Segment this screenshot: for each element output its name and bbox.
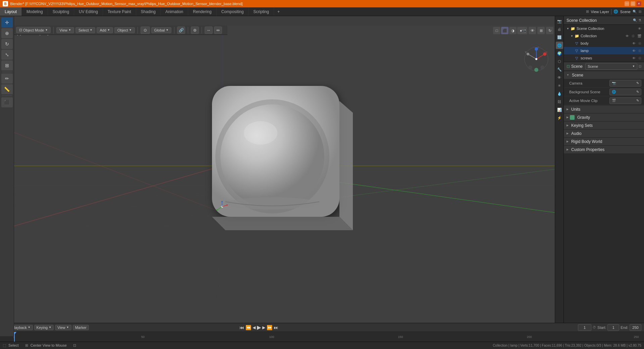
cursor-tool[interactable]: ✛ <box>1 17 13 28</box>
move-tool[interactable]: ⊕ <box>1 28 13 38</box>
mode-selector[interactable]: ⊡ Object Mode ▼ <box>16 27 51 33</box>
prop-output-icon[interactable]: 🖨 <box>556 26 563 33</box>
prop-view-layer-icon[interactable]: 🔢 <box>556 34 563 41</box>
prop-material-icon[interactable]: ⚡ <box>556 114 563 121</box>
wireframe-mode-btn[interactable]: □ <box>493 27 500 34</box>
transform-tool[interactable]: ⊞ <box>1 60 13 70</box>
tab-shading[interactable]: Shading <box>136 7 161 16</box>
start-frame-field[interactable]: 1 <box>607 324 619 331</box>
snap-btn[interactable]: 🔗 <box>177 27 185 34</box>
section-audio-header[interactable]: ▶ Audio <box>564 129 644 137</box>
tab-texture-paint[interactable]: Texture Paint <box>103 7 136 16</box>
close-button[interactable]: ✕ <box>637 1 641 6</box>
prop-visibility-icon[interactable]: 👁 <box>556 74 563 81</box>
orientation-gizmo[interactable]: X Y Z <box>523 46 550 72</box>
add-cube-tool[interactable]: ⬛ <box>1 97 13 107</box>
view-menu[interactable]: View ▼ <box>56 27 74 33</box>
outliner-item-body[interactable]: ▽ body 👁 ☉ <box>564 40 644 47</box>
tab-layout[interactable]: Layout <box>0 7 22 16</box>
prop-world-icon[interactable]: 🌍 <box>556 50 563 57</box>
viewport-view-btn[interactable]: 👁 <box>529 27 536 34</box>
minimize-button[interactable]: — <box>625 1 629 6</box>
prop-render-icon[interactable]: 📷 <box>556 17 563 25</box>
prop-data-icon[interactable]: 📊 <box>556 106 563 113</box>
section-rigid-body-header[interactable]: ▶ Rigid Body World <box>564 137 644 145</box>
tab-animation[interactable]: Animation <box>161 7 188 16</box>
next-keyframe-btn[interactable]: ⏩ <box>267 325 272 330</box>
tab-modeling[interactable]: Modeling <box>22 7 48 16</box>
object-menu[interactable]: Object ▼ <box>114 27 135 33</box>
section-keying-header[interactable]: ▶ Keying Sets <box>564 121 644 129</box>
tab-sculpting[interactable]: Sculpting <box>48 7 74 16</box>
section-scene-header[interactable]: ▼ Scene <box>564 71 644 79</box>
prop-particles-icon[interactable]: ✳ <box>556 82 563 89</box>
camera-value[interactable]: 📷 ✎ <box>609 80 641 87</box>
section-units-header[interactable]: ▶ Units <box>564 105 644 113</box>
marker-menu[interactable]: Marker <box>73 325 89 330</box>
current-frame-field[interactable]: 1 <box>578 324 591 331</box>
col-eye[interactable]: 👁 <box>626 34 629 38</box>
section-gravity-header[interactable]: ▶ Gravity <box>564 113 644 121</box>
prev-keyframe-btn[interactable]: ⏪ <box>246 325 251 330</box>
play-btn[interactable]: ▶ <box>257 324 261 331</box>
bg-scene-edit[interactable]: ✎ <box>636 90 639 94</box>
gravity-checkbox[interactable] <box>570 115 575 120</box>
lamp-restrict[interactable]: ☉ <box>638 49 641 53</box>
movie-clip-value[interactable]: 🎬 ✎ <box>609 97 641 104</box>
end-frame-field[interactable]: 250 <box>630 324 641 331</box>
render-mode-btn[interactable]: ● <box>517 27 525 34</box>
material-mode-btn[interactable]: ◑ <box>509 27 517 34</box>
lamp-eye[interactable]: 👁 <box>632 49 636 53</box>
step-back-btn[interactable]: ◀ <box>253 325 256 330</box>
viewport-overlay-btn[interactable]: ⊞ <box>537 27 545 34</box>
screws-eye[interactable]: 👁 <box>632 56 636 60</box>
sc-eye[interactable]: 👁 <box>638 27 641 31</box>
camera-edit-icon[interactable]: ✎ <box>636 81 639 85</box>
movie-clip-edit[interactable]: ✎ <box>636 99 639 102</box>
outliner-item-lamp[interactable]: ▽ lamp 👁 ☉ <box>564 47 644 54</box>
outliner-filter[interactable]: ⚗ <box>638 18 641 22</box>
prop-constraints-icon[interactable]: ⛓ <box>556 98 563 105</box>
add-menu[interactable]: Add ▼ <box>97 27 113 33</box>
outliner-search[interactable]: 🔍 <box>633 18 637 22</box>
tab-uv-editing[interactable]: UV Editing <box>74 7 103 16</box>
jump-to-start-btn[interactable]: ⏮ <box>239 325 244 330</box>
add-workspace-button[interactable]: + <box>274 7 283 16</box>
scale-tool[interactable]: ⤡ <box>1 50 13 60</box>
viewport-gizmo-btn[interactable]: ↻ <box>546 27 553 34</box>
tab-compositing[interactable]: Compositing <box>217 7 249 16</box>
solid-mode-btn[interactable]: ⬛ <box>501 27 508 34</box>
viewport[interactable]: User Perspective (1) Collection | lamp 📷… <box>14 26 555 336</box>
measure-tool[interactable]: 📏 <box>1 84 13 94</box>
col-restrict1[interactable]: ☉ <box>632 34 635 38</box>
jump-to-end-btn[interactable]: ⏭ <box>274 325 278 330</box>
annotate-tool[interactable]: ✏ <box>1 73 13 84</box>
outliner-item-screws[interactable]: ▽ screws 👁 ☉ <box>564 54 644 62</box>
prop-object-icon[interactable]: ⬡ <box>556 58 563 65</box>
scene-panel-expand[interactable]: ⊡ <box>639 64 641 68</box>
col-restrict2[interactable]: 🎬 <box>637 34 641 38</box>
prop-modifier-icon[interactable]: 🔧 <box>556 66 563 73</box>
view-layer-label[interactable]: View Layer <box>591 10 609 14</box>
scene-selector[interactable]: Scene ▼ <box>585 63 637 70</box>
body-eye[interactable]: 👁 <box>632 42 636 45</box>
select-menu[interactable]: Select ▼ <box>75 27 96 33</box>
transform-2[interactable]: ⇔ <box>214 27 222 34</box>
step-forward-btn[interactable]: ▶ <box>262 325 265 330</box>
keying-menu[interactable]: Keying ▼ <box>34 325 54 330</box>
tab-scripting[interactable]: Scripting <box>249 7 274 16</box>
rotate-tool[interactable]: ↻ <box>1 39 13 49</box>
view-menu-tl[interactable]: View ▼ <box>55 325 71 330</box>
prop-physics-icon[interactable]: 💧 <box>556 90 563 97</box>
outliner-item-scene-collection[interactable]: ▼ 📁 Scene Collection 👁 <box>564 25 644 32</box>
body-restrict[interactable]: ☉ <box>638 42 641 45</box>
transform-global[interactable]: Global ▼ <box>151 27 172 33</box>
outliner-item-collection[interactable]: ▼ 📁 Collection 👁 ☉ 🎬 <box>564 32 644 40</box>
bg-scene-value[interactable]: 🌐 ✎ <box>609 89 641 95</box>
screws-restrict[interactable]: ☉ <box>638 56 641 60</box>
search-icon[interactable]: 🔍 <box>633 10 637 13</box>
scene-header-label[interactable]: Scene <box>620 10 631 14</box>
pivot-point-btn[interactable]: ⊙ <box>141 27 150 34</box>
tab-rendering[interactable]: Rendering <box>188 7 216 16</box>
proportional-btn[interactable]: ⊚ <box>191 27 199 34</box>
